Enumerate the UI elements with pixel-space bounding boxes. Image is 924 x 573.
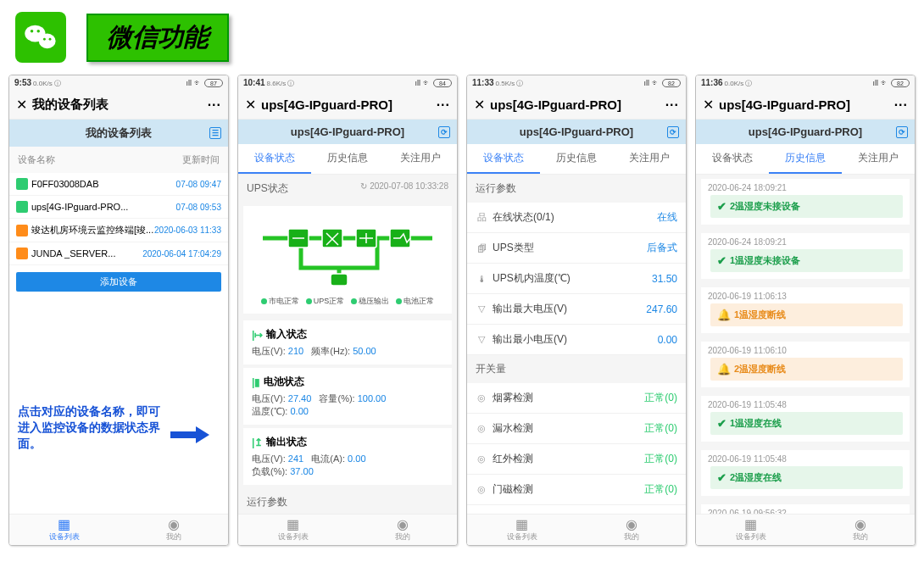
nav-devices[interactable]: ▦设备列表 <box>238 515 348 545</box>
device-row[interactable]: JUNDA _SERVER... 2020-06-04 17:04:29 <box>9 242 228 265</box>
status-bar: 9:530.0K/sⓘ ıllᯤ87 <box>9 75 228 91</box>
history-text: 2温湿度断线 <box>734 363 786 376</box>
device-time: 2020-06-04 17:04:29 <box>142 249 221 259</box>
nav-mine[interactable]: ◉我的 <box>576 515 686 545</box>
params-content: 运行参数 品在线状态(0/1)在线🗐UPS类型后备式🌡UPS机内温度(℃)31.… <box>467 175 686 514</box>
card-icon: |↦ <box>252 329 263 341</box>
row-value: 后备式 <box>647 241 677 255</box>
more-icon[interactable]: ··· <box>665 97 679 113</box>
bell-icon: 🔔 <box>717 309 731 321</box>
phone-4: 11:360.0K/sⓘ ıllᯤ82 ✕ ups[4G-IPguard-PRO… <box>695 75 916 546</box>
tabs: 设备状态 历史信息 关注用户 <box>238 144 457 175</box>
close-icon[interactable]: ✕ <box>245 97 256 113</box>
row-label: 烟雾检测 <box>493 391 533 405</box>
svg-point-1 <box>39 34 56 49</box>
device-row[interactable]: 竣达机房环境云监控终端[竣... 2020-06-03 11:33 <box>9 219 228 242</box>
param-row: 🗐UPS类型后备式 <box>467 233 686 264</box>
nav-mine[interactable]: ◉我的 <box>805 515 915 545</box>
header-title: 我的设备列表 <box>32 97 208 113</box>
tab-follow[interactable]: 关注用户 <box>613 144 686 174</box>
more-icon[interactable]: ··· <box>894 97 908 113</box>
tab-history[interactable]: 历史信息 <box>769 144 842 174</box>
header-title: ups[4G-IPguard-PRO] <box>261 97 437 112</box>
dot-icon <box>351 298 357 304</box>
history-time: 2020-06-19 11:06:13 <box>701 287 910 303</box>
nav-devices[interactable]: ▦设备列表 <box>696 515 805 545</box>
row-label: 在线状态(0/1) <box>493 210 554 225</box>
tab-follow[interactable]: 关注用户 <box>842 144 915 174</box>
run-params-header: 运行参数 <box>238 488 457 514</box>
device-row[interactable]: F0FF03008DAB 07-08 09:47 <box>9 173 228 196</box>
history-text: 1温湿度断线 <box>734 309 786 321</box>
tabs: 设备状态 历史信息 关注用户 <box>696 144 915 175</box>
device-time: 07-08 09:53 <box>176 203 221 212</box>
app-header: ✕ ups[4G-IPguard-PRO] ··· <box>467 91 686 120</box>
tab-status[interactable]: 设备状态 <box>238 144 311 174</box>
bottom-nav: ▦设备列表 ◉我的 <box>467 514 686 545</box>
refresh-icon[interactable]: ⟳ <box>667 126 679 138</box>
add-device-button[interactable]: 添加设备 <box>16 272 221 292</box>
row-icon: 🌡 <box>476 274 487 284</box>
status-card: |▮ 电池状态电压(V): 27.40 容量(%): 100.00温度(℃): … <box>243 368 452 425</box>
history-item[interactable]: 2020-06-19 11:06:13 🔔1温湿度断线 <box>701 287 910 333</box>
dot-icon <box>396 298 402 304</box>
row-label: 输出最小电压(V) <box>493 332 567 347</box>
history-item[interactable]: 2020-06-24 18:09:21 ✔1温湿度未接设备 <box>701 233 910 279</box>
device-list-header: 设备名称 更新时间 <box>9 147 228 173</box>
card-title: 输入状态 <box>266 327 307 342</box>
status-bar: 10:418.6K/sⓘ ıllᯤ84 <box>238 75 457 91</box>
more-icon[interactable]: ··· <box>208 97 221 113</box>
close-icon[interactable]: ✕ <box>16 97 27 113</box>
param-row: ▽输出最大电压(V)247.60 <box>467 294 686 325</box>
history-item[interactable]: 2020-06-19 09:56:32 🔔1温湿度断线 <box>701 504 910 514</box>
check-icon: ✔ <box>717 254 726 267</box>
row-value: 正常(0) <box>644 482 677 497</box>
tab-follow[interactable]: 关注用户 <box>384 144 457 174</box>
filter-icon[interactable]: ☰ <box>209 127 221 139</box>
card-title: 输出状态 <box>266 435 307 449</box>
device-row[interactable]: ups[4G-IPguard-PRO... 07-08 09:53 <box>9 196 228 219</box>
history-item[interactable]: 2020-06-19 11:06:10 🔔2温湿度断线 <box>701 342 910 387</box>
tab-history[interactable]: 历史信息 <box>311 144 384 174</box>
phone-1: 9:530.0K/sⓘ ıllᯤ87 ✕ 我的设备列表 ··· 我的设备列表 ☰… <box>8 75 229 546</box>
card-icon: |▮ <box>252 376 260 388</box>
row-label: UPS类型 <box>493 241 534 255</box>
ups-diagram: 市电正常UPS正常稳压输出电池正常 <box>243 206 452 314</box>
nav-mine[interactable]: ◉我的 <box>348 515 457 545</box>
refresh-icon[interactable]: ⟳ <box>896 126 908 138</box>
row-icon: ◎ <box>476 453 487 465</box>
row-label: 输出最大电压(V) <box>493 302 567 316</box>
grid-icon: ▦ <box>9 518 119 531</box>
close-icon[interactable]: ✕ <box>474 97 485 113</box>
nav-devices[interactable]: ▦设备列表 <box>9 515 119 545</box>
row-icon: 🗐 <box>476 243 487 253</box>
app-header: ✕ ups[4G-IPguard-PRO] ··· <box>238 91 457 120</box>
status-bar: 11:330.5K/sⓘ ıllᯤ82 <box>467 75 686 91</box>
tab-history[interactable]: 历史信息 <box>540 144 613 174</box>
ups-topology-icon <box>250 213 445 289</box>
row-label: 红外检测 <box>493 452 533 466</box>
row-value: 正常(0) <box>644 391 677 405</box>
device-name: F0FF03008DAB <box>31 179 176 189</box>
nav-mine[interactable]: ◉我的 <box>119 515 228 545</box>
banner: 微信功能 <box>0 0 924 75</box>
param-row: ◎烟雾检测正常(0) <box>467 383 686 414</box>
ups-status-header: UPS状态 ↻ 2020-07-08 10:33:28 <box>238 175 457 203</box>
device-time: 2020-06-03 11:33 <box>154 225 221 235</box>
bottom-nav: ▦设备列表 ◉我的 <box>238 514 457 545</box>
history-text: 2温湿度在线 <box>730 471 782 484</box>
refresh-icon[interactable]: ⟳ <box>438 126 450 138</box>
history-item[interactable]: 2020-06-24 18:09:21 ✔2温湿度未接设备 <box>701 179 910 225</box>
sub-header: 我的设备列表 ☰ <box>9 120 228 147</box>
param-row: ◎红外检测正常(0) <box>467 444 686 475</box>
history-text: 1温湿度在线 <box>730 417 782 430</box>
history-item[interactable]: 2020-06-19 11:05:48 ✔2温湿度在线 <box>701 450 910 496</box>
more-icon[interactable]: ··· <box>437 97 450 113</box>
history-item[interactable]: 2020-06-19 11:05:48 ✔1温湿度在线 <box>701 396 910 442</box>
tab-status[interactable]: 设备状态 <box>467 144 540 174</box>
tab-status[interactable]: 设备状态 <box>696 144 769 174</box>
row-value: 正常(0) <box>644 421 677 436</box>
nav-devices[interactable]: ▦设备列表 <box>467 515 576 545</box>
close-icon[interactable]: ✕ <box>703 97 714 113</box>
signal-icon: ıll <box>186 79 192 87</box>
